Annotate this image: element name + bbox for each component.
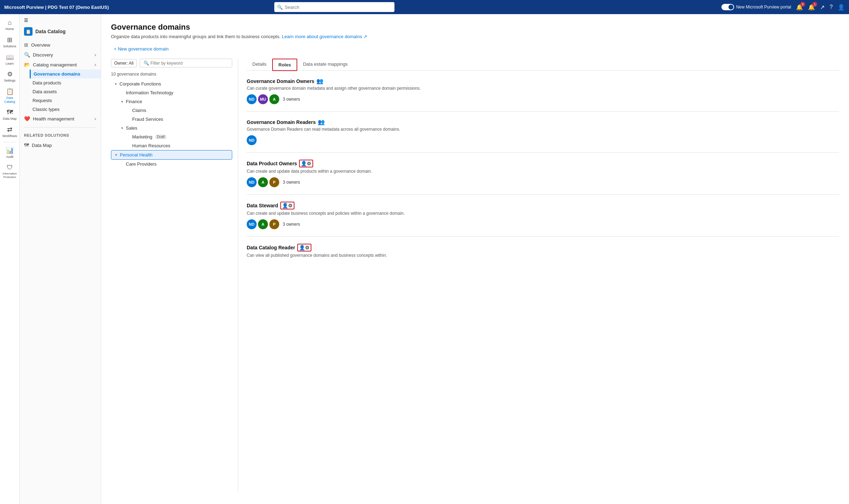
avatar-p-2: P bbox=[269, 219, 279, 229]
role-section-data-product-owners: Data Product Owners 👤⚙ Can create and up… bbox=[247, 160, 839, 195]
rail-item-info-protection[interactable]: 🛡 Information Protection bbox=[1, 162, 19, 181]
discovery-chevron: ∨ bbox=[94, 53, 96, 57]
tree-item-care-providers[interactable]: Care Providers bbox=[117, 160, 232, 168]
tree-item-marketing[interactable]: Marketing Draft bbox=[124, 132, 232, 141]
health-mgmt-icon: ❤️ bbox=[24, 116, 30, 121]
sidebar-item-governance-domains[interactable]: Governance domains bbox=[30, 70, 101, 78]
sidebar-label-data-assets: Data assets bbox=[33, 89, 57, 94]
topbar-title: Microsoft Purview | PDG Test 07 (Demo Ea… bbox=[4, 5, 109, 10]
discovery-icon: 🔍 bbox=[24, 52, 30, 58]
rail-item-learn[interactable]: 📖 Learn bbox=[1, 51, 19, 68]
finance-children: Claims Fraud Services bbox=[117, 106, 232, 124]
notifications-badge: 9 bbox=[800, 2, 805, 7]
sidebar-item-discovery[interactable]: 🔍 Discovery ∨ bbox=[20, 50, 101, 60]
keyword-filter-input[interactable] bbox=[151, 61, 228, 66]
right-panel: Details Roles Data estate mappings Gover… bbox=[238, 59, 839, 492]
avatar-nd-1: ND bbox=[247, 94, 257, 104]
alerts-icon[interactable]: 🔔 1 bbox=[808, 4, 815, 11]
share-icon[interactable]: ↗ bbox=[820, 4, 825, 11]
owners-count-governance-domain-owners: 3 owners bbox=[283, 97, 300, 102]
sidebar-logo: 📋 bbox=[24, 27, 33, 36]
tree-label-care-providers: Care Providers bbox=[126, 161, 157, 167]
account-icon[interactable]: 👤 bbox=[838, 4, 845, 11]
portal-toggle-wrap: New Microsoft Purview portal bbox=[721, 4, 791, 10]
sidebar-item-classic-types[interactable]: Classic types bbox=[30, 105, 101, 114]
search-icon: 🔍 bbox=[277, 5, 283, 10]
role-title-data-catalog-reader: Data Catalog Reader bbox=[247, 245, 295, 250]
learn-more-link[interactable]: Learn more about governance domains ↗ bbox=[282, 34, 367, 39]
data-catalog-reader-icon: 👤⚙ bbox=[297, 244, 311, 251]
related-section-header: Related solutions bbox=[20, 130, 101, 139]
rail-item-audit[interactable]: 📊 Audit bbox=[1, 144, 19, 161]
rail-item-solutions[interactable]: ⊞ Solutions bbox=[1, 34, 19, 51]
marketing-badge: Draft bbox=[155, 135, 166, 139]
new-governance-domain-button[interactable]: + New governance domain bbox=[111, 45, 171, 53]
sidebar-label-governance-domains: Governance domains bbox=[34, 71, 80, 77]
rail-item-data-map[interactable]: 🗺 Data Map bbox=[1, 107, 19, 123]
rail-label-solutions: Solutions bbox=[3, 45, 16, 48]
role-title-governance-domain-readers: Governance Domain Readers bbox=[247, 119, 316, 125]
workflows-icon: ⇄ bbox=[7, 126, 12, 134]
tree-item-human-resources[interactable]: Human Resources bbox=[124, 141, 232, 150]
sidebar-item-data-assets[interactable]: Data assets bbox=[30, 87, 101, 96]
tabs-row: Details Roles Data estate mappings bbox=[247, 59, 839, 71]
tree-item-information-technology[interactable]: Information Technology bbox=[117, 88, 232, 97]
toolbar: + New governance domain bbox=[111, 45, 839, 53]
portal-toggle-label: New Microsoft Purview portal bbox=[736, 5, 791, 10]
search-input[interactable] bbox=[274, 2, 394, 12]
tree-label-sales: Sales bbox=[126, 125, 137, 131]
data-product-owners-icon: 👤⚙ bbox=[299, 160, 313, 167]
sidebar-item-overview[interactable]: ⊞ Overview bbox=[20, 40, 101, 50]
role-header-governance-domain-owners: Governance Domain Owners 👥 bbox=[247, 78, 839, 84]
role-section-data-catalog-reader: Data Catalog Reader 👤⚙ Can view all publ… bbox=[247, 244, 839, 268]
role-title-governance-domain-owners: Governance Domain Owners bbox=[247, 78, 314, 84]
tree-item-claims[interactable]: Claims bbox=[124, 106, 232, 115]
owner-filter-button[interactable]: Owner: All bbox=[111, 59, 137, 67]
rail-label-data-catalog: Data Catalog bbox=[2, 96, 18, 104]
topbar: Microsoft Purview | PDG Test 07 (Demo Ea… bbox=[0, 0, 849, 14]
learn-icon: 📖 bbox=[6, 53, 14, 61]
tree-label-information-technology: Information Technology bbox=[126, 90, 173, 95]
hamburger-icon[interactable]: ☰ bbox=[20, 14, 101, 23]
sidebar-label-data-map-related: Data Map bbox=[32, 143, 52, 148]
sidebar-item-data-products[interactable]: Data products bbox=[30, 78, 101, 87]
role-header-data-product-owners: Data Product Owners 👤⚙ bbox=[247, 160, 839, 167]
personal-health-children: Care Providers bbox=[111, 160, 232, 168]
tab-details[interactable]: Details bbox=[247, 59, 272, 71]
rail-label-audit: Audit bbox=[6, 155, 13, 159]
tree-item-sales[interactable]: ▾ Sales bbox=[117, 124, 232, 132]
alerts-badge: 1 bbox=[812, 2, 817, 7]
domain-count: 10 governance domains bbox=[111, 72, 232, 77]
tree-item-fraud-services[interactable]: Fraud Services bbox=[124, 115, 232, 124]
tree-label-fraud-services: Fraud Services bbox=[132, 117, 163, 122]
tree-item-corporate-functions[interactable]: ▾ Corporate Functions bbox=[111, 79, 232, 88]
avatars-data-product-owners: ND A P 3 owners bbox=[247, 177, 839, 187]
page-desc-text: Organize data products into meaningful g… bbox=[111, 34, 281, 39]
tree-item-finance[interactable]: ▾ Finance bbox=[117, 97, 232, 106]
tab-data-estate-mappings[interactable]: Data estate mappings bbox=[297, 59, 353, 71]
notifications-icon[interactable]: 🔔 9 bbox=[796, 4, 803, 11]
rail-label-home: Home bbox=[5, 27, 14, 31]
domain-tree: ▾ Corporate Functions Information Techno… bbox=[111, 79, 232, 168]
rail-item-home[interactable]: ⌂ Home bbox=[1, 17, 19, 33]
sales-children: Marketing Draft Human Resources bbox=[117, 132, 232, 150]
rail-item-workflows[interactable]: ⇄ Workflows bbox=[1, 124, 19, 140]
rail-item-data-catalog[interactable]: 📋 Data Catalog bbox=[1, 85, 19, 106]
sidebar-item-health-management[interactable]: ❤️ Health management ∨ bbox=[20, 114, 101, 124]
rail-item-settings[interactable]: ⚙ Settings bbox=[1, 68, 19, 85]
sidebar-item-data-map-related[interactable]: 🗺 Data Map bbox=[20, 140, 101, 150]
tab-roles[interactable]: Roles bbox=[272, 59, 297, 71]
portal-toggle[interactable] bbox=[721, 4, 734, 10]
owners-count-data-steward: 3 owners bbox=[283, 222, 300, 227]
home-icon: ⌂ bbox=[8, 19, 12, 26]
tree-item-personal-health[interactable]: ▾ Personal Health bbox=[111, 150, 232, 160]
sidebar-item-requests[interactable]: Requests bbox=[30, 96, 101, 105]
help-icon[interactable]: ? bbox=[830, 4, 833, 10]
domain-list-panel: Owner: All 🔍 10 governance domains ▾ Cor… bbox=[111, 59, 238, 492]
sidebar-item-catalog-management[interactable]: 📂 Catalog management ∧ bbox=[20, 60, 101, 70]
catalog-mgmt-chevron: ∧ bbox=[94, 63, 96, 67]
topbar-actions: New Microsoft Purview portal 🔔 9 🔔 1 ↗ ?… bbox=[721, 4, 845, 11]
audit-icon: 📊 bbox=[6, 147, 14, 154]
corporate-functions-children: Information Technology ▾ Finance Claims bbox=[111, 88, 232, 150]
icon-rail: ⌂ Home ⊞ Solutions 📖 Learn ⚙ Settings 📋 … bbox=[0, 14, 20, 504]
